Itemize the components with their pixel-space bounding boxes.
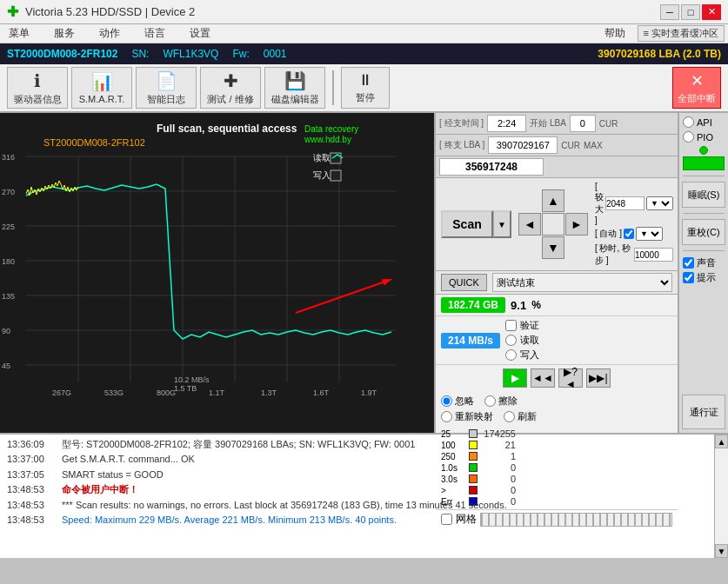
log-content[interactable]: 13:36:09 型号: ST2000DM008-2FR102; 容量 3907… bbox=[0, 435, 714, 558]
svg-text:1.5 TB: 1.5 TB bbox=[174, 384, 197, 393]
ignore-option[interactable]: 忽略 bbox=[441, 395, 474, 408]
realtime-button[interactable]: ≡ 实时查看缓冲区 bbox=[638, 25, 725, 42]
log-entry-4: 13:48:53 *** Scan results: no warnings, … bbox=[7, 499, 707, 512]
log-entry-0: 13:36:09 型号: ST2000DM008-2FR102; 容量 3907… bbox=[7, 438, 707, 451]
pio-radio[interactable] bbox=[683, 131, 694, 143]
ignore-radio[interactable] bbox=[441, 395, 452, 407]
write-radio[interactable] bbox=[505, 349, 517, 361]
time-value-input[interactable] bbox=[634, 248, 673, 262]
test-icon: ✚ bbox=[224, 70, 238, 91]
arrow-left-button[interactable]: ◄ bbox=[518, 213, 541, 236]
remap-radio[interactable] bbox=[441, 411, 452, 422]
api-pio-group: API PIO bbox=[683, 116, 725, 143]
pio-radio-item: PIO bbox=[683, 131, 725, 143]
log-scroll-down-button[interactable]: ▼ bbox=[715, 544, 728, 558]
auto-checkbox[interactable] bbox=[624, 229, 634, 239]
menu-item-help[interactable]: 帮助 bbox=[599, 24, 631, 43]
refresh-option[interactable]: 刷新 bbox=[504, 410, 537, 423]
menu-item-settings[interactable]: 设置 bbox=[184, 24, 216, 43]
step-forward-button[interactable]: ▶?◄ bbox=[558, 368, 583, 388]
time-label: [ 秒时, 秒步 ] bbox=[595, 242, 632, 267]
disk-editor-label: 磁盘编辑器 bbox=[271, 93, 319, 106]
sidebar-separator-2 bbox=[683, 213, 725, 214]
device-name: ST2000DM008-2FR102 bbox=[7, 48, 117, 60]
start-lba-input[interactable] bbox=[570, 115, 596, 132]
arrow-right-button[interactable]: ► bbox=[565, 213, 588, 236]
read-radio[interactable] bbox=[505, 335, 517, 346]
end-lba-input[interactable] bbox=[488, 136, 558, 154]
arrow-down-button[interactable]: ▼ bbox=[542, 236, 564, 259]
quick-button[interactable]: QUICK bbox=[441, 274, 487, 291]
right-panel: [ 经支时间 ] 2:24 开始 LBA CUR [ 终支 LBA ] CUR … bbox=[434, 113, 678, 433]
minimize-button[interactable]: ─ bbox=[660, 4, 679, 20]
reset-button[interactable]: 重校(C) bbox=[682, 219, 725, 245]
remap-label: 重新映射 bbox=[455, 410, 493, 423]
ignore-label: 忽略 bbox=[455, 395, 474, 408]
scan-button[interactable]: Scan bbox=[441, 210, 493, 238]
auto-dropdown[interactable]: ▼ bbox=[636, 227, 663, 241]
close-button[interactable]: ✕ bbox=[702, 4, 721, 20]
svg-text:写入: 写入 bbox=[313, 170, 331, 180]
menu-item-main[interactable]: 菜单 bbox=[3, 24, 35, 43]
start-lba-label: 开始 LBA bbox=[530, 117, 566, 129]
log-entry-5: 13:48:53 Speed: Maximum 229 MB/s. Averag… bbox=[7, 514, 707, 527]
title-controls: ─ □ ✕ bbox=[660, 4, 721, 20]
sidebar-checkboxes: 声音 提示 bbox=[683, 256, 725, 284]
arrow-up-button[interactable]: ▲ bbox=[542, 189, 564, 212]
smart-log-button[interactable]: 📄 智能日志 bbox=[136, 67, 197, 109]
verify-checkbox[interactable] bbox=[505, 320, 517, 331]
stop-all-button[interactable]: ✕ 全部中断 bbox=[672, 67, 721, 109]
refresh-radio[interactable] bbox=[504, 411, 515, 422]
erase-radio[interactable] bbox=[484, 395, 496, 407]
log-scrollbar: ▲ ▼ bbox=[714, 435, 728, 558]
pause-button[interactable]: ⏸ 暂停 bbox=[341, 67, 390, 109]
erase-option[interactable]: 擦除 bbox=[484, 395, 518, 408]
rewind-button[interactable]: ◄◄ bbox=[531, 368, 555, 388]
sidebar-separator-3 bbox=[683, 250, 725, 251]
menu-item-service[interactable]: 服务 bbox=[49, 24, 80, 43]
toolbar: ℹ 驱动器信息 📊 S.M.A.R.T. 📄 智能日志 ✚ 测试 / 维修 💾 … bbox=[0, 64, 728, 113]
maximize-button[interactable]: □ bbox=[681, 4, 700, 20]
menu-item-language[interactable]: 语言 bbox=[139, 24, 170, 43]
disk-icon: 💾 bbox=[284, 70, 306, 91]
scan-dropdown-button[interactable]: ▼ bbox=[493, 210, 511, 238]
read-label: 读取 bbox=[520, 334, 539, 347]
disk-editor-button[interactable]: 💾 磁盘编辑器 bbox=[264, 67, 325, 109]
smart-button[interactable]: 📊 S.M.A.R.T. bbox=[71, 67, 132, 109]
device-sn: WFL1K3VQ bbox=[163, 48, 218, 60]
api-label: API bbox=[697, 117, 712, 128]
device-lba: 3907029168 LBA (2.0 TB) bbox=[598, 48, 721, 60]
sound-label: 声音 bbox=[697, 256, 716, 269]
big-label: [ 较大 ] bbox=[595, 182, 604, 225]
log-scroll-up-button[interactable]: ▲ bbox=[715, 435, 728, 448]
play-button[interactable]: ▶ bbox=[503, 368, 527, 388]
pause-icon: ⏸ bbox=[357, 71, 373, 90]
test-repair-button[interactable]: ✚ 测试 / 维修 bbox=[200, 67, 261, 109]
svg-text:90: 90 bbox=[2, 327, 10, 335]
fast-forward-button[interactable]: ▶▶| bbox=[586, 368, 611, 388]
toolbar-separator bbox=[332, 70, 334, 105]
scan-button-wrap: Scan ▼ bbox=[441, 210, 511, 238]
remap-option[interactable]: 重新映射 bbox=[441, 410, 493, 423]
stats-percent-sign: % bbox=[531, 299, 541, 311]
drive-info-button[interactable]: ℹ 驱动器信息 bbox=[7, 67, 68, 109]
log-time-1: 13:37:00 bbox=[7, 453, 55, 466]
auto-label: [ 自动 ] bbox=[595, 228, 622, 240]
log-text-2: SMART status = GOOD bbox=[62, 468, 164, 481]
api-radio[interactable] bbox=[683, 116, 694, 128]
big-value-input[interactable] bbox=[605, 196, 645, 210]
cert-button[interactable]: 通行证 bbox=[682, 395, 725, 429]
hint-checkbox[interactable] bbox=[683, 272, 694, 283]
menu-item-action[interactable]: 动作 bbox=[94, 24, 125, 43]
svg-text:1.1T: 1.1T bbox=[209, 388, 225, 397]
elapsed-time-input[interactable]: 2:24 bbox=[487, 115, 526, 132]
log-entry-1: 13:37:00 Get S.M.A.R.T. command... OK bbox=[7, 453, 707, 466]
lba-current-input[interactable]: 356917248 bbox=[439, 158, 544, 176]
sound-checkbox[interactable] bbox=[683, 257, 694, 269]
app-icon: ✚ bbox=[7, 3, 18, 20]
status-dropdown[interactable]: 测试结束 bbox=[492, 273, 672, 292]
sleep-button[interactable]: 睡眠(S) bbox=[682, 182, 725, 208]
menu-items: 菜单 服务 动作 语言 设置 bbox=[3, 24, 216, 43]
arrow-center bbox=[542, 213, 564, 236]
big-dropdown[interactable]: ▼ bbox=[646, 196, 673, 210]
